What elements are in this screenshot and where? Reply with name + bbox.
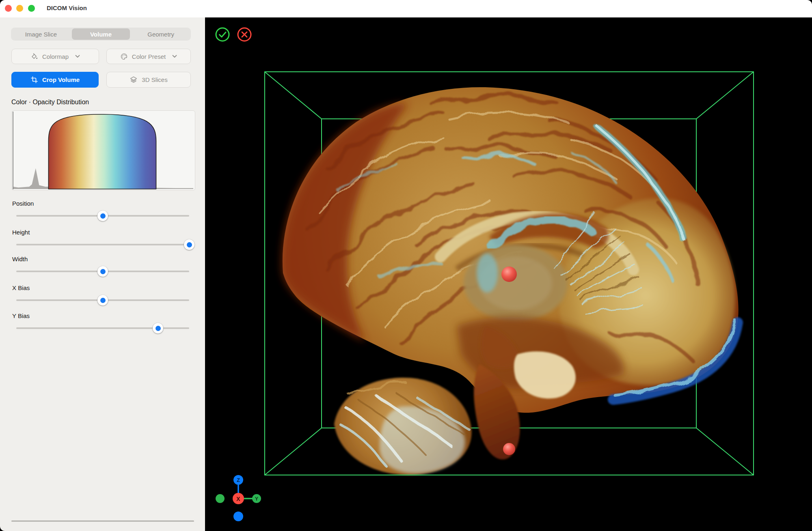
volume-viewport[interactable]: Z Y X xyxy=(205,17,812,531)
axis-minus-z-handle[interactable] xyxy=(233,512,243,521)
palette-icon xyxy=(120,53,128,60)
axis-minus-y-handle[interactable] xyxy=(216,494,225,503)
crop-volume-button[interactable]: Crop Volume xyxy=(11,72,99,88)
y-bias-slider-thumb[interactable] xyxy=(153,323,163,333)
crop-icon xyxy=(30,76,38,84)
axis-orientation-gizmo: Z Y X xyxy=(216,475,261,521)
crop-handle-bottom[interactable] xyxy=(503,443,515,455)
zoom-button[interactable] xyxy=(28,5,35,12)
x-bias-slider[interactable] xyxy=(16,299,189,301)
crop-handle-center[interactable] xyxy=(501,267,517,282)
colormap-dropdown[interactable]: Colormap xyxy=(11,49,99,64)
cancel-crop-button[interactable] xyxy=(238,28,251,41)
distribution-section-title: Color · Opacity Distribution xyxy=(11,99,89,106)
check-icon xyxy=(220,32,226,37)
confirm-crop-button[interactable] xyxy=(216,28,229,41)
chevron-down-icon xyxy=(172,55,177,58)
slider-row-x-bias: X Bias xyxy=(0,284,205,309)
app-window: DICOM Vision Image Slice Volume Geometry… xyxy=(0,0,812,531)
transfer-function-plot xyxy=(12,111,195,190)
view-mode-tabs: Image Slice Volume Geometry xyxy=(11,28,191,41)
position-slider-label: Position xyxy=(12,200,34,207)
tab-geometry[interactable]: Geometry xyxy=(132,28,190,40)
colormap-label: Colormap xyxy=(42,53,69,60)
x-bias-slider-thumb[interactable] xyxy=(97,295,108,305)
slider-row-position: Position xyxy=(0,200,205,224)
axis-z-label: Z xyxy=(237,477,240,483)
position-slider-thumb[interactable] xyxy=(97,211,108,221)
slider-row-y-bias: Y Bias xyxy=(0,312,205,337)
minimize-button[interactable] xyxy=(16,5,23,12)
width-slider[interactable] xyxy=(16,271,189,272)
y-bias-slider[interactable] xyxy=(16,327,189,329)
height-slider[interactable] xyxy=(16,244,189,245)
tab-image-slice[interactable]: Image Slice xyxy=(12,28,70,40)
3d-slices-button[interactable]: 3D Slices xyxy=(106,72,191,88)
position-slider[interactable] xyxy=(16,215,189,217)
color-preset-label: Color Preset xyxy=(132,53,166,60)
tab-volume[interactable]: Volume xyxy=(72,28,130,40)
width-slider-label: Width xyxy=(12,256,28,262)
y-bias-slider-label: Y Bias xyxy=(12,312,30,319)
sidebar: Image Slice Volume Geometry Colormap xyxy=(0,17,205,531)
opacity-dome[interactable] xyxy=(48,114,156,189)
height-slider-thumb[interactable] xyxy=(184,239,194,250)
chevron-down-icon xyxy=(75,55,80,58)
sidebar-horizontal-scrollbar[interactable] xyxy=(11,520,194,522)
x-bias-slider-label: X Bias xyxy=(12,284,30,291)
3d-slices-label: 3D Slices xyxy=(142,76,167,83)
layers-icon xyxy=(130,76,138,84)
window-title: DICOM Vision xyxy=(47,4,87,11)
color-opacity-distribution-chart[interactable] xyxy=(11,110,195,191)
paint-bucket-icon xyxy=(30,53,38,60)
close-button[interactable] xyxy=(5,5,12,12)
slider-row-width: Width xyxy=(0,256,205,280)
crop-volume-label: Crop Volume xyxy=(42,76,80,83)
height-slider-label: Height xyxy=(12,229,30,236)
axis-x-label: X xyxy=(236,496,240,502)
width-slider-thumb[interactable] xyxy=(97,266,108,277)
titlebar: DICOM Vision xyxy=(0,0,812,17)
color-preset-dropdown[interactable]: Color Preset xyxy=(106,49,191,64)
x-icon xyxy=(242,32,247,37)
slider-row-height: Height xyxy=(0,229,205,253)
axis-y-label: Y xyxy=(255,496,258,502)
